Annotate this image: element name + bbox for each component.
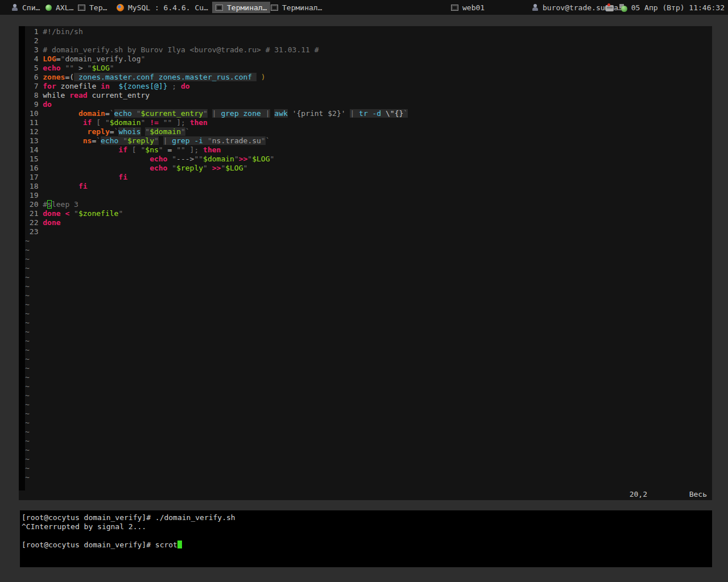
line-number: 14	[25, 146, 38, 155]
code-token: ""	[176, 146, 185, 154]
code-token: $reply	[127, 136, 154, 145]
code-token: in	[101, 82, 110, 90]
code-token: "	[270, 155, 275, 163]
tilde-line: ~	[25, 382, 712, 391]
code-token: grep zone	[221, 109, 265, 118]
terminal-icon	[216, 5, 223, 11]
code-token	[145, 118, 150, 127]
task-button[interactable]: Спи…	[8, 2, 43, 13]
code-token: ];	[176, 118, 185, 127]
code-token: |	[163, 136, 172, 145]
terminal-icon	[271, 5, 278, 11]
code-token: ""	[163, 118, 172, 127]
code-line: 19	[25, 191, 712, 200]
code-token: echo	[114, 109, 136, 118]
line-number: 11	[25, 118, 38, 127]
terminal-scrollbar[interactable]	[19, 26, 25, 490]
code-token: reply	[88, 127, 110, 136]
vim-scroll-position: Весь	[689, 490, 707, 498]
code-line: 16 echo "$reply" >>"$LOG"	[25, 164, 712, 173]
code-token: "	[123, 136, 127, 145]
task-button[interactable]: web01	[448, 2, 488, 13]
tilde-line: ~	[25, 327, 712, 336]
vim-ruler: 20,2	[630, 490, 647, 498]
code-token: =	[56, 55, 61, 63]
code-line: 2	[25, 36, 712, 45]
code-line: 17 fi	[25, 173, 712, 182]
user-icon	[11, 4, 18, 11]
code-line: 23	[25, 227, 712, 236]
task-button[interactable]: MySQL : 6.4.6. Cu…	[113, 2, 212, 13]
code-token	[74, 64, 78, 72]
code-token: if	[83, 118, 92, 127]
mail-icon[interactable]	[606, 5, 614, 11]
tilde-line: ~	[25, 391, 712, 400]
line-number: 10	[25, 109, 38, 118]
code-token: `	[266, 136, 270, 145]
code-line: 3 # domain_verify.sh by Burov Ilya <buro…	[25, 45, 712, 55]
task-label: Терминал…	[282, 3, 322, 12]
task-button[interactable]: Терминал…	[267, 2, 325, 13]
code-token: done	[43, 209, 60, 218]
tilde-line: ~	[25, 309, 712, 318]
tilde-line: ~	[25, 400, 712, 409]
code-token	[208, 164, 212, 172]
code-token: do	[181, 82, 190, 90]
code-token: --->	[176, 155, 194, 163]
line-number: 3	[25, 45, 38, 55]
line-number: 4	[25, 55, 38, 64]
code-token: >	[78, 64, 83, 72]
shell-terminal-window[interactable]: [root@cocytus domain_verify]# ./domain_v…	[20, 510, 712, 567]
code-token	[43, 109, 78, 118]
vim-buffer[interactable]: 1 #!/bin/sh2 3 # domain_verify.sh by Bur…	[25, 27, 712, 482]
tilde-line: ~	[25, 464, 712, 473]
line-number: 18	[25, 182, 38, 191]
vim-terminal-window[interactable]: 1 #!/bin/sh2 3 # domain_verify.sh by Bur…	[19, 26, 712, 500]
green-dot-icon	[46, 5, 52, 11]
code-token: "	[145, 127, 150, 136]
code-token: =(	[65, 73, 74, 81]
task-button[interactable]: Терминал…	[212, 2, 270, 13]
code-token: if	[118, 146, 127, 154]
code-token: echo	[101, 136, 123, 145]
line-number: 7	[25, 82, 38, 91]
tilde-line: ~	[25, 346, 712, 355]
task-button[interactable]: AXL…	[42, 2, 77, 13]
code-token	[43, 182, 78, 190]
code-token: "	[208, 136, 212, 145]
code-token	[159, 118, 163, 127]
code-token	[110, 82, 119, 90]
code-token: LOG	[43, 55, 56, 63]
code-token	[257, 73, 261, 81]
code-token	[43, 173, 118, 181]
line-number: 23	[25, 227, 38, 236]
terminal-line: ^CInterrupted by signal 2...	[22, 522, 712, 531]
tray-icons	[606, 3, 627, 11]
code-token: current_entry	[88, 91, 150, 99]
system-tray: 05 Апр (Втр) 11:46:32	[606, 0, 725, 15]
line-number: 5	[25, 64, 38, 73]
code-token: "	[141, 55, 146, 63]
code-token: whois	[118, 127, 140, 136]
tilde-line: ~	[25, 418, 712, 427]
task-button[interactable]: Тер…	[75, 2, 110, 13]
code-token: do	[43, 100, 52, 109]
tilde-line: ~	[25, 364, 712, 373]
code-token: '{print $2}'	[292, 109, 346, 118]
code-token: #	[43, 200, 47, 209]
code-line: 13 ns=`echo "$reply" | grep -i "ns.trade…	[25, 136, 712, 146]
code-token: "	[154, 136, 159, 145]
clock: 05 Апр (Втр) 11:46:32	[631, 3, 725, 12]
code-token: $domain	[150, 127, 181, 136]
line-number: 12	[25, 127, 38, 136]
taskbar: Спи…AXL…Тер…MySQL : 6.4.6. Cu…Терминал…Т…	[0, 0, 728, 15]
code-token: $zonefile	[78, 209, 118, 218]
code-token: "	[172, 164, 176, 172]
tilde-line: ~	[25, 236, 712, 246]
tilde-line: ~	[25, 427, 712, 436]
pager-icon[interactable]	[619, 4, 627, 11]
code-token: $LOG	[92, 64, 109, 72]
code-token	[176, 82, 181, 90]
code-token	[198, 146, 203, 154]
code-token	[43, 118, 82, 127]
